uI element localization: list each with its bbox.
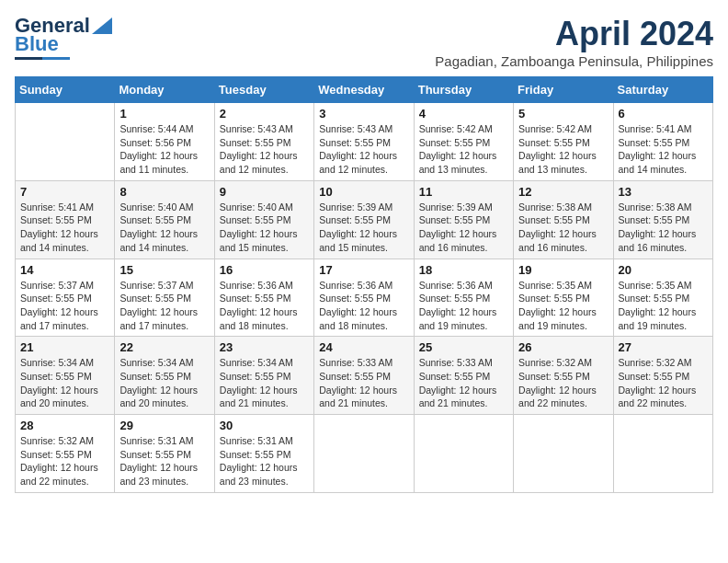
day-detail: Sunrise: 5:31 AM Sunset: 5:55 PM Dayligh… — [220, 434, 309, 488]
calendar-cell — [16, 103, 115, 181]
weekday-header-monday: Monday — [115, 77, 214, 103]
day-number: 17 — [319, 263, 408, 277]
calendar-cell: 20Sunrise: 5:35 AM Sunset: 5:55 PM Dayli… — [613, 259, 712, 337]
day-detail: Sunrise: 5:38 AM Sunset: 5:55 PM Dayligh… — [518, 201, 608, 255]
calendar-cell: 15Sunrise: 5:37 AM Sunset: 5:55 PM Dayli… — [115, 259, 214, 337]
page-header: General Blue April 2024 Pagadian, Zamboa… — [15, 15, 713, 69]
day-number: 8 — [119, 185, 209, 199]
day-detail: Sunrise: 5:39 AM Sunset: 5:55 PM Dayligh… — [319, 201, 408, 255]
calendar-cell — [414, 415, 513, 493]
day-number: 13 — [619, 185, 708, 199]
day-number: 19 — [518, 263, 608, 277]
day-detail: Sunrise: 5:32 AM Sunset: 5:55 PM Dayligh… — [619, 356, 708, 410]
day-number: 1 — [119, 107, 209, 121]
day-number: 20 — [619, 263, 708, 277]
calendar-cell: 1Sunrise: 5:44 AM Sunset: 5:56 PM Daylig… — [115, 103, 214, 181]
weekday-header-sunday: Sunday — [16, 77, 115, 103]
day-detail: Sunrise: 5:32 AM Sunset: 5:55 PM Dayligh… — [20, 434, 109, 488]
calendar-cell: 29Sunrise: 5:31 AM Sunset: 5:55 PM Dayli… — [115, 415, 214, 493]
logo-divider — [15, 57, 70, 60]
calendar-cell: 19Sunrise: 5:35 AM Sunset: 5:55 PM Dayli… — [514, 259, 613, 337]
day-number: 23 — [220, 340, 309, 354]
day-number: 21 — [20, 340, 109, 354]
day-detail: Sunrise: 5:37 AM Sunset: 5:55 PM Dayligh… — [119, 279, 209, 333]
calendar-cell: 22Sunrise: 5:34 AM Sunset: 5:55 PM Dayli… — [115, 337, 214, 415]
day-detail: Sunrise: 5:32 AM Sunset: 5:55 PM Dayligh… — [518, 356, 608, 410]
calendar-cell: 14Sunrise: 5:37 AM Sunset: 5:55 PM Dayli… — [16, 259, 115, 337]
calendar-cell: 27Sunrise: 5:32 AM Sunset: 5:55 PM Dayli… — [613, 337, 712, 415]
day-number: 30 — [220, 419, 309, 432]
day-number: 24 — [319, 340, 408, 354]
svg-marker-0 — [92, 17, 112, 34]
day-detail: Sunrise: 5:33 AM Sunset: 5:55 PM Dayligh… — [419, 356, 508, 410]
day-number: 27 — [619, 340, 708, 354]
logo: General Blue — [15, 15, 112, 60]
day-detail: Sunrise: 5:35 AM Sunset: 5:55 PM Dayligh… — [619, 279, 708, 333]
day-detail: Sunrise: 5:43 AM Sunset: 5:55 PM Dayligh… — [220, 122, 309, 177]
calendar-cell — [613, 415, 712, 493]
calendar-cell: 13Sunrise: 5:38 AM Sunset: 5:55 PM Dayli… — [613, 180, 712, 259]
weekday-header-friday: Friday — [514, 77, 613, 103]
calendar-table: SundayMondayTuesdayWednesdayThursdayFrid… — [15, 76, 713, 493]
calendar-week-4: 21Sunrise: 5:34 AM Sunset: 5:55 PM Dayli… — [16, 337, 713, 415]
day-detail: Sunrise: 5:34 AM Sunset: 5:55 PM Dayligh… — [220, 356, 309, 410]
day-detail: Sunrise: 5:38 AM Sunset: 5:55 PM Dayligh… — [619, 201, 708, 255]
calendar-cell: 8Sunrise: 5:40 AM Sunset: 5:55 PM Daylig… — [115, 180, 214, 259]
calendar-cell: 26Sunrise: 5:32 AM Sunset: 5:55 PM Dayli… — [514, 337, 613, 415]
day-number: 5 — [518, 107, 608, 121]
day-number: 4 — [419, 107, 508, 121]
day-detail: Sunrise: 5:35 AM Sunset: 5:55 PM Dayligh… — [518, 279, 608, 333]
day-detail: Sunrise: 5:42 AM Sunset: 5:55 PM Dayligh… — [518, 122, 608, 177]
day-detail: Sunrise: 5:33 AM Sunset: 5:55 PM Dayligh… — [319, 356, 408, 410]
calendar-body: 1Sunrise: 5:44 AM Sunset: 5:56 PM Daylig… — [16, 103, 713, 493]
day-detail: Sunrise: 5:42 AM Sunset: 5:55 PM Dayligh… — [419, 122, 508, 177]
day-number: 29 — [119, 419, 209, 432]
calendar-cell: 2Sunrise: 5:43 AM Sunset: 5:55 PM Daylig… — [214, 103, 313, 181]
day-number: 3 — [319, 107, 408, 121]
calendar-cell: 25Sunrise: 5:33 AM Sunset: 5:55 PM Dayli… — [414, 337, 513, 415]
calendar-cell: 24Sunrise: 5:33 AM Sunset: 5:55 PM Dayli… — [314, 337, 414, 415]
calendar-cell: 6Sunrise: 5:41 AM Sunset: 5:55 PM Daylig… — [613, 103, 712, 181]
calendar-cell: 17Sunrise: 5:36 AM Sunset: 5:55 PM Dayli… — [314, 259, 414, 337]
weekday-header-wednesday: Wednesday — [314, 77, 414, 103]
day-detail: Sunrise: 5:34 AM Sunset: 5:55 PM Dayligh… — [119, 356, 209, 410]
weekday-header-thursday: Thursday — [414, 77, 513, 103]
day-detail: Sunrise: 5:41 AM Sunset: 5:55 PM Dayligh… — [20, 201, 109, 255]
day-number: 16 — [220, 263, 309, 277]
day-number: 6 — [619, 107, 708, 121]
day-detail: Sunrise: 5:36 AM Sunset: 5:55 PM Dayligh… — [419, 279, 508, 333]
day-detail: Sunrise: 5:40 AM Sunset: 5:55 PM Dayligh… — [119, 201, 209, 255]
day-number: 10 — [319, 185, 408, 199]
day-detail: Sunrise: 5:39 AM Sunset: 5:55 PM Dayligh… — [419, 201, 508, 255]
calendar-cell: 23Sunrise: 5:34 AM Sunset: 5:55 PM Dayli… — [214, 337, 313, 415]
day-number: 7 — [20, 185, 109, 199]
calendar-cell — [514, 415, 613, 493]
day-detail: Sunrise: 5:40 AM Sunset: 5:55 PM Dayligh… — [220, 201, 309, 255]
day-number: 26 — [518, 340, 608, 354]
day-number: 15 — [119, 263, 209, 277]
day-detail: Sunrise: 5:34 AM Sunset: 5:55 PM Dayligh… — [20, 356, 109, 410]
weekday-header-saturday: Saturday — [613, 77, 712, 103]
day-number: 22 — [119, 340, 209, 354]
calendar-week-3: 14Sunrise: 5:37 AM Sunset: 5:55 PM Dayli… — [16, 259, 713, 337]
calendar-cell: 5Sunrise: 5:42 AM Sunset: 5:55 PM Daylig… — [514, 103, 613, 181]
day-number: 28 — [20, 419, 109, 432]
day-detail: Sunrise: 5:44 AM Sunset: 5:56 PM Dayligh… — [119, 122, 209, 177]
calendar-cell — [314, 415, 414, 493]
location-title: Pagadian, Zamboanga Peninsula, Philippin… — [435, 53, 713, 69]
calendar-cell: 12Sunrise: 5:38 AM Sunset: 5:55 PM Dayli… — [514, 180, 613, 259]
calendar-week-2: 7Sunrise: 5:41 AM Sunset: 5:55 PM Daylig… — [16, 180, 713, 259]
day-number: 2 — [220, 107, 309, 121]
calendar-cell: 11Sunrise: 5:39 AM Sunset: 5:55 PM Dayli… — [414, 180, 513, 259]
calendar-cell: 21Sunrise: 5:34 AM Sunset: 5:55 PM Dayli… — [16, 337, 115, 415]
calendar-cell: 28Sunrise: 5:32 AM Sunset: 5:55 PM Dayli… — [16, 415, 115, 493]
calendar-cell: 16Sunrise: 5:36 AM Sunset: 5:55 PM Dayli… — [214, 259, 313, 337]
day-detail: Sunrise: 5:31 AM Sunset: 5:55 PM Dayligh… — [119, 434, 209, 488]
calendar-cell: 18Sunrise: 5:36 AM Sunset: 5:55 PM Dayli… — [414, 259, 513, 337]
day-detail: Sunrise: 5:37 AM Sunset: 5:55 PM Dayligh… — [20, 279, 109, 333]
day-number: 9 — [220, 185, 309, 199]
calendar-cell: 3Sunrise: 5:43 AM Sunset: 5:55 PM Daylig… — [314, 103, 414, 181]
day-number: 12 — [518, 185, 608, 199]
logo-text-blue: Blue — [15, 33, 59, 55]
calendar-week-1: 1Sunrise: 5:44 AM Sunset: 5:56 PM Daylig… — [16, 103, 713, 181]
